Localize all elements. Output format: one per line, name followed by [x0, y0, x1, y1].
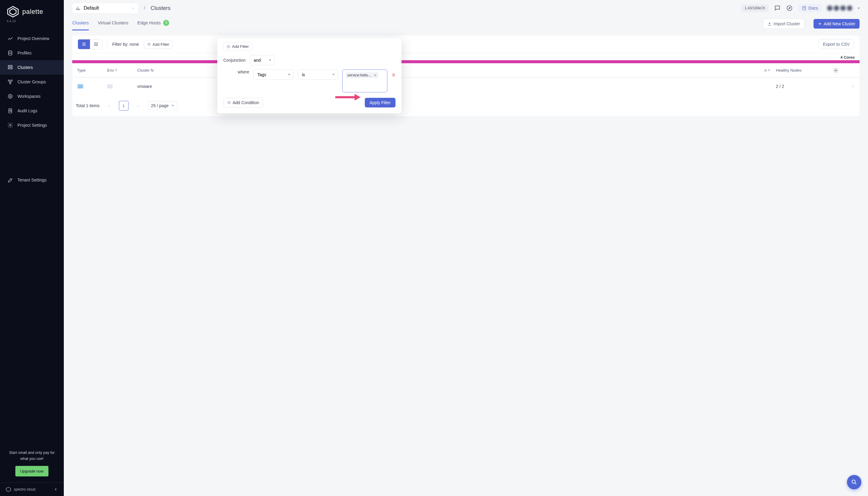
compass-icon[interactable]	[786, 5, 793, 12]
add-cluster-button[interactable]: Add New Cluster	[813, 19, 859, 29]
col-env[interactable]: Env	[102, 68, 133, 73]
sidebar-item-profiles[interactable]: Profiles	[0, 46, 64, 60]
sidebar-item-label: Clusters	[17, 65, 33, 70]
filter-value-input[interactable]: service:hello… ✕	[342, 69, 387, 92]
logo-area: palette 4.4.19	[0, 0, 64, 24]
clusters-panel: Filter by: none Add Filter Export to CSV…	[72, 35, 859, 117]
filter-by-text: Filter by:	[112, 42, 128, 47]
footer-brand-text: spectro cloud	[14, 487, 35, 492]
svg-rect-4	[8, 68, 12, 69]
table-row[interactable]: vmware 2 / 2	[72, 77, 859, 95]
map-view-toggle[interactable]	[90, 40, 102, 49]
pager-prev[interactable]: ‹	[105, 101, 114, 110]
svg-rect-3	[8, 65, 12, 66]
add-condition-button[interactable]: Add Condition	[223, 98, 263, 107]
type-chip-icon	[77, 84, 84, 89]
usage-bar	[72, 60, 859, 63]
avatar	[827, 5, 833, 11]
clusters-icon	[7, 64, 13, 71]
tab-edge-hosts[interactable]: Edge Hosts 3	[137, 20, 169, 31]
tab-virtual-clusters[interactable]: Virtual Clusters	[98, 20, 128, 30]
sidebar-footer: spectro cloud	[0, 482, 64, 496]
main: Default / Clusters 1.43/100kCh Docs ▾	[64, 0, 868, 496]
chip-label: Add Filter	[232, 44, 249, 49]
import-icon	[768, 22, 772, 26]
sidebar-item-clusters[interactable]: Clusters	[0, 60, 64, 75]
upgrade-box: Start small and only pay for what you us…	[0, 450, 64, 482]
sidebar-item-cluster-groups[interactable]: Cluster Groups	[0, 75, 64, 89]
topbar: Default / Clusters 1.43/100kCh Docs ▾	[64, 0, 868, 16]
cores-value: 4 Cores	[840, 55, 855, 60]
chip-label: Add Filter	[153, 42, 169, 47]
vmware-env-icon	[107, 84, 112, 89]
svg-point-14	[787, 6, 792, 11]
svg-point-8	[8, 94, 12, 98]
import-cluster-button[interactable]: Import Cluster	[763, 19, 805, 29]
view-toggle	[78, 39, 102, 49]
page-size-select[interactable]: 25 / page	[148, 101, 177, 110]
col-label: n	[764, 68, 766, 73]
conjunction-row: Conjunction and	[223, 55, 396, 65]
cell-healthy-nodes: 2 / 2	[771, 84, 828, 89]
help-fab[interactable]	[847, 475, 862, 490]
chevron-down-icon[interactable]: ▾	[858, 6, 859, 10]
button-label: Import Cluster	[774, 21, 800, 26]
svg-point-22	[852, 480, 855, 483]
footer-brand[interactable]: spectro cloud	[5, 486, 35, 492]
pager-next[interactable]: ›	[133, 101, 143, 110]
docs-button[interactable]: Docs	[798, 4, 822, 12]
usage-text: 4 Cores	[840, 55, 855, 60]
col-type[interactable]: Type	[72, 68, 102, 73]
delete-condition-icon[interactable]	[391, 73, 396, 77]
sidebar-item-tenant-settings[interactable]: Tenant Settings	[0, 173, 64, 187]
popover-add-filter-chip[interactable]: Add Filter	[223, 42, 252, 51]
sidebar-item-workspaces[interactable]: Workspaces	[0, 89, 64, 104]
sidebar-item-label: Tenant Settings	[17, 177, 47, 182]
collapse-sidebar-icon[interactable]	[53, 487, 58, 492]
panel-toolbar: Filter by: none Add Filter Export to CSV	[72, 35, 859, 53]
export-csv-button[interactable]: Export to CSV	[818, 40, 854, 49]
breadcrumb-sep: /	[144, 5, 145, 11]
filter-operator-select[interactable]: is	[298, 69, 338, 80]
cell-expand[interactable]	[846, 84, 859, 88]
chat-icon[interactable]	[774, 5, 781, 12]
overview-icon	[7, 35, 13, 42]
user-avatars[interactable]	[827, 5, 852, 11]
settings-icon	[7, 122, 13, 128]
breadcrumb-title: Clusters	[151, 5, 170, 12]
svg-point-17	[835, 69, 837, 71]
col-settings[interactable]	[828, 68, 846, 73]
list-view-toggle[interactable]	[78, 40, 90, 49]
col-healthy-nodes[interactable]: Healthy Nodes	[771, 68, 828, 73]
remove-tag-icon[interactable]: ✕	[374, 74, 376, 77]
pager-page-1[interactable]: 1	[119, 101, 128, 110]
sidebar-item-audit-logs[interactable]: Audit Logs	[0, 104, 64, 118]
upgrade-button[interactable]: Upgrade now	[15, 466, 48, 477]
sidebar-nav: Project Overview Profiles Clusters Clust…	[0, 24, 64, 450]
conjunction-select[interactable]: and	[250, 55, 275, 65]
sidebar: palette 4.4.19 Project Overview Profiles…	[0, 0, 64, 496]
filter-by-label: Filter by: none	[112, 42, 139, 47]
sidebar-item-project-settings[interactable]: Project Settings	[0, 118, 64, 133]
add-filter-chip[interactable]: Add Filter	[144, 40, 173, 49]
project-selector[interactable]: Default	[72, 3, 138, 13]
filter-field-select[interactable]: Tags	[253, 69, 294, 80]
logo[interactable]: palette	[6, 5, 57, 18]
avatar	[834, 5, 839, 11]
sidebar-item-label: Project Settings	[17, 123, 47, 128]
filter-by-value: none	[130, 42, 139, 47]
apply-filter-button[interactable]: Apply Filter	[365, 98, 396, 107]
sidebar-item-label: Audit Logs	[17, 108, 37, 113]
page-tabs: Clusters Virtual Clusters Edge Hosts 3 I…	[64, 16, 868, 32]
version-text: 4.4.19	[6, 19, 57, 23]
tenant-settings-icon	[7, 177, 13, 183]
plus-circle-icon	[227, 101, 231, 105]
plus-circle-icon	[147, 43, 151, 46]
plus-circle-icon	[227, 45, 230, 48]
svg-point-2	[9, 51, 12, 52]
col-hidden-n[interactable]: n	[760, 68, 771, 73]
conjunction-label: Conjunction	[223, 58, 246, 63]
tab-clusters[interactable]: Clusters	[72, 20, 89, 30]
sidebar-item-project-overview[interactable]: Project Overview	[0, 31, 64, 46]
sidebar-item-label: Cluster Groups	[17, 79, 46, 84]
